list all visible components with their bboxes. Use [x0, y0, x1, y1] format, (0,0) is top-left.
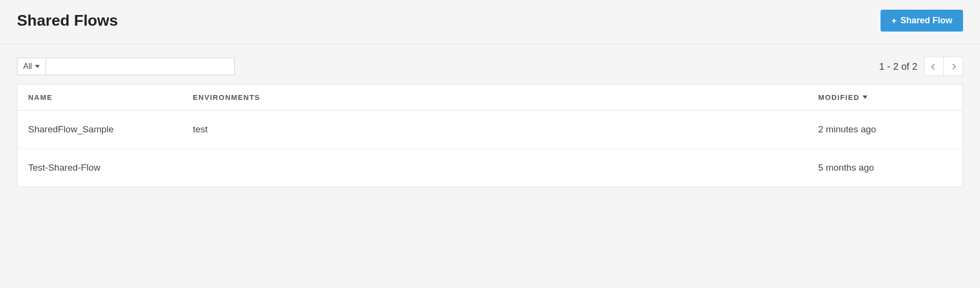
column-header-name[interactable]: NAME — [17, 84, 182, 111]
table-header-row: NAME ENVIRONMENTS MODIFIED — [17, 84, 963, 111]
page-header: Shared Flows + Shared Flow — [0, 0, 980, 44]
add-button-label: Shared Flow — [900, 16, 952, 26]
sort-desc-icon — [863, 96, 867, 99]
shared-flows-table: NAME ENVIRONMENTS MODIFIED SharedFlo — [17, 84, 963, 187]
pagination: 1 - 2 of 2 — [879, 57, 963, 76]
shared-flows-page: Shared Flows + Shared Flow All 1 - 2 of … — [0, 0, 980, 202]
filter-group: All — [17, 58, 235, 75]
next-page-button[interactable] — [944, 57, 963, 76]
cell-name: Test-Shared-Flow — [17, 149, 182, 187]
chevron-right-icon — [950, 64, 956, 70]
table-row[interactable]: SharedFlow_Sample test 2 minutes ago — [17, 111, 963, 149]
toolbar: All 1 - 2 of 2 — [0, 44, 980, 84]
pagination-text: 1 - 2 of 2 — [879, 61, 917, 72]
column-header-name-label: NAME — [28, 93, 52, 101]
cell-modified: 2 minutes ago — [808, 111, 963, 149]
cell-environments: test — [182, 111, 808, 149]
caret-down-icon — [35, 65, 40, 68]
column-header-environments[interactable]: ENVIRONMENTS — [182, 84, 808, 111]
previous-page-button[interactable] — [924, 57, 944, 76]
add-shared-flow-button[interactable]: + Shared Flow — [881, 10, 963, 32]
table-wrapper: NAME ENVIRONMENTS MODIFIED SharedFlo — [0, 84, 980, 202]
plus-icon: + — [891, 16, 897, 25]
table-row[interactable]: Test-Shared-Flow 5 months ago — [17, 149, 963, 187]
pager-buttons — [924, 57, 963, 76]
cell-name: SharedFlow_Sample — [17, 111, 182, 149]
cell-environments — [182, 149, 808, 187]
page-title: Shared Flows — [17, 12, 118, 30]
cell-modified: 5 months ago — [808, 149, 963, 187]
search-input[interactable] — [46, 58, 235, 75]
filter-label: All — [23, 62, 32, 71]
filter-dropdown[interactable]: All — [17, 58, 46, 75]
chevron-left-icon — [931, 64, 937, 70]
column-header-environments-label: ENVIRONMENTS — [193, 93, 261, 101]
column-header-modified-label: MODIFIED — [818, 93, 860, 101]
column-header-modified[interactable]: MODIFIED — [808, 84, 963, 111]
